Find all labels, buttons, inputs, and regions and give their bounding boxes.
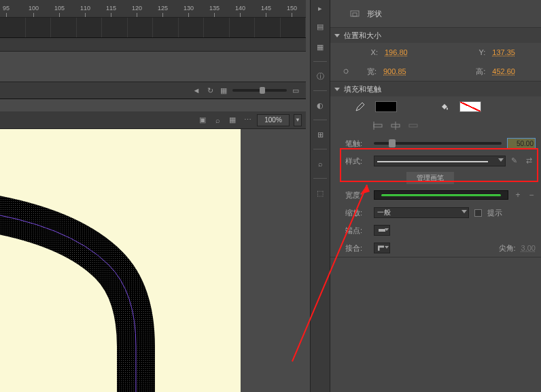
fill-stroke-header[interactable]: 填充和笔触 <box>330 82 541 96</box>
y-label: Y: <box>466 48 485 56</box>
zoom-value[interactable]: 100% <box>257 114 290 126</box>
ruler-tick-label: 130 <box>184 5 194 12</box>
hint-checkbox[interactable] <box>474 209 482 217</box>
camera-icon[interactable]: ▣ <box>197 115 208 126</box>
svg-rect-8 <box>409 124 417 127</box>
fill-stroke-title: 填充和笔触 <box>344 84 381 94</box>
width-profile-label: 宽度: <box>345 190 368 200</box>
y-value[interactable]: 137.35 <box>492 48 515 56</box>
selection-icon[interactable]: ⬚ <box>314 187 326 199</box>
fill-stroke-section: 填充和笔触 笔触: 50.00 样式: <box>330 82 541 257</box>
shape-type-icon <box>349 8 360 19</box>
ruler-tick-label: 145 <box>261 5 271 12</box>
width-label: 宽: <box>357 67 377 77</box>
align-icon-2[interactable] <box>390 120 401 131</box>
canvas-area <box>0 129 251 392</box>
fill-color-swatch[interactable] <box>459 101 481 112</box>
width-profile-dropdown[interactable] <box>374 190 508 200</box>
position-size-header[interactable]: 位置和大小 <box>330 28 541 43</box>
ruler-horizontal: 95 100 105 110 115 120 125 130 135 140 1… <box>0 0 306 18</box>
scale-label: 缩放: <box>345 208 368 218</box>
stroke-weight-input[interactable]: 50.00 <box>507 138 536 149</box>
svg-rect-2 <box>351 11 359 16</box>
library-icon[interactable]: ▤ <box>314 20 326 33</box>
timeline-info-bar <box>0 38 306 52</box>
miter-label: 尖角: <box>499 243 516 253</box>
align-icon-1[interactable] <box>372 120 383 131</box>
ruler-tick-label: 95 <box>3 5 10 12</box>
stroke-weight-label: 笔触: <box>345 139 368 149</box>
fill-color-icon[interactable] <box>439 101 450 112</box>
position-size-section: 位置和大小 X: 196.80 Y: 137.35 宽: 900.85 高: 4… <box>330 28 541 82</box>
timeline-track[interactable] <box>0 18 306 38</box>
vertical-dock: ▸ ▤ ▦ ⓘ ◐ ⊞ ⌕ ⬚ <box>310 0 330 392</box>
loop-icon[interactable]: ↻ <box>205 86 215 95</box>
remove-profile-icon[interactable]: − <box>527 191 536 199</box>
ruler-tick-label: 115 <box>106 5 116 12</box>
swatches-icon[interactable]: ◐ <box>314 99 326 111</box>
timeline-zoom-in-icon[interactable]: ▭ <box>291 86 300 95</box>
dock-collapse-icon[interactable]: ▸ <box>314 4 326 12</box>
ruler-tick-label: 120 <box>132 5 142 12</box>
overflow-icon[interactable]: ⋯ <box>242 115 253 126</box>
timeline-zoom-slider[interactable] <box>232 89 287 92</box>
swap-icon[interactable]: ⇄ <box>526 156 536 166</box>
play-prev-icon[interactable]: ◄ <box>192 86 201 95</box>
cap-label: 端点: <box>345 226 368 236</box>
properties-panel: 形状 位置和大小 X: 196.80 Y: 137.35 宽: 900.85 高… <box>330 0 541 392</box>
ruler-tick-label: 100 <box>29 5 39 12</box>
svg-rect-3 <box>353 13 357 16</box>
shape-title: 形状 <box>367 9 382 19</box>
onion-icon[interactable]: ▦ <box>219 86 228 95</box>
miter-value[interactable]: 3.00 <box>521 244 536 252</box>
add-profile-icon[interactable]: + <box>514 191 522 199</box>
hint-label: 提示 <box>487 208 502 218</box>
stage-canvas[interactable] <box>0 129 241 392</box>
canvas-toolbar: ▣ ⌕ ▦ ⋯ 100% ▼ <box>0 111 306 129</box>
ruler-tick-label: 125 <box>158 5 168 12</box>
scale-value: 一般 <box>377 208 391 217</box>
disclosure-triangle-icon <box>334 34 340 37</box>
align-icon-3[interactable] <box>408 120 419 131</box>
zoom-dropdown[interactable]: ▼ <box>294 114 302 126</box>
info-icon[interactable]: ⓘ <box>314 70 326 82</box>
stroke-color-icon[interactable] <box>355 101 366 112</box>
search-icon[interactable]: ⌕ <box>314 158 326 170</box>
cap-dropdown[interactable] <box>374 225 390 236</box>
ruler-tick-label: 105 <box>54 5 65 12</box>
stroke-weight-slider[interactable] <box>374 142 502 145</box>
disclosure-triangle-icon <box>334 88 340 91</box>
x-label: X: <box>359 48 378 56</box>
join-dropdown[interactable] <box>374 243 390 253</box>
link-icon[interactable] <box>341 67 351 76</box>
scale-dropdown[interactable]: 一般 <box>374 207 469 218</box>
manage-brushes-button[interactable]: 管理画笔 <box>406 172 454 184</box>
width-value[interactable]: 900.85 <box>383 67 406 75</box>
timeline-controls: ◄ ↻ ▦ ▭ <box>0 82 306 99</box>
shape-section: 形状 <box>330 0 541 28</box>
join-label: 接合: <box>345 243 368 253</box>
stroke-style-label: 样式: <box>345 156 368 166</box>
ruler-tick-label: 110 <box>80 5 90 12</box>
transform-icon[interactable]: ⊞ <box>314 128 326 141</box>
ruler-tick-label: 140 <box>235 5 245 12</box>
stroke-color-swatch[interactable] <box>375 101 397 112</box>
stroke-style-dropdown[interactable] <box>374 156 506 166</box>
height-value[interactable]: 452.60 <box>492 67 515 75</box>
grid-icon[interactable]: ▦ <box>227 115 238 126</box>
align-panel-icon[interactable]: ▦ <box>314 41 326 53</box>
svg-rect-4 <box>374 124 382 127</box>
position-size-title: 位置和大小 <box>344 31 381 41</box>
height-label: 高: <box>466 67 485 77</box>
edit-style-icon[interactable]: ✎ <box>511 156 521 166</box>
snap-icon[interactable]: ⌕ <box>212 115 223 126</box>
x-value[interactable]: 196.80 <box>385 48 408 56</box>
ruler-tick-label: 150 <box>287 5 297 12</box>
ruler-tick-label: 135 <box>209 5 220 12</box>
